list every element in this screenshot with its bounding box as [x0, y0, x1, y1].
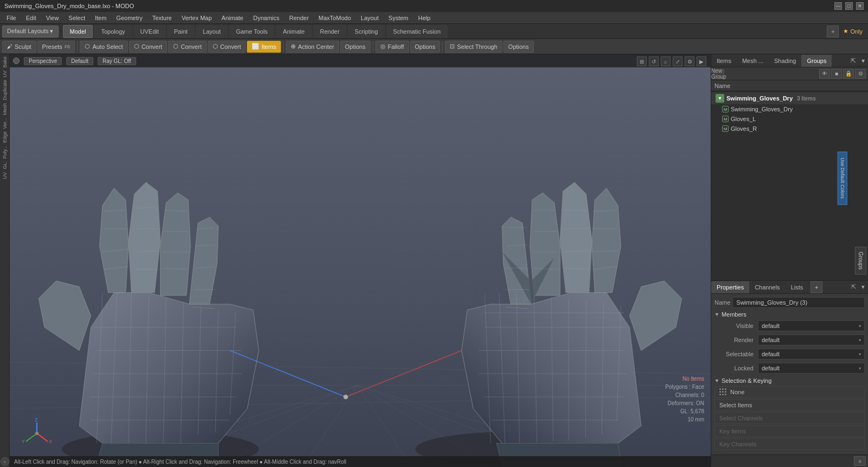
tab-paint[interactable]: Paint — [167, 25, 195, 38]
menu-view[interactable]: View — [42, 12, 63, 23]
perspective-btn[interactable]: Perspective — [24, 57, 62, 65]
menu-texture[interactable]: Texture — [148, 12, 176, 23]
vp-zoom-icon[interactable]: ⌕ — [661, 56, 671, 66]
tree-item-gloves-r[interactable]: M Gloves_R — [711, 124, 868, 134]
menu-dynamics[interactable]: Dynamics — [249, 12, 284, 23]
raygl-btn[interactable]: Ray GL: Off — [98, 57, 136, 65]
locked-dropdown[interactable]: default ▾ — [758, 363, 865, 374]
tab-scripting[interactable]: Scripting — [348, 25, 385, 38]
maximize-btn[interactable]: □ — [845, 2, 853, 10]
key-channels-btn[interactable]: Key Channels — [714, 438, 865, 450]
sidebar-poly[interactable]: Poly... — [2, 144, 8, 160]
select-through-btn[interactable]: ⊡ Select Through — [445, 41, 502, 53]
menu-file[interactable]: File — [2, 12, 21, 23]
menu-select[interactable]: Select — [64, 12, 90, 23]
render-icon-btn[interactable]: ■ — [831, 69, 842, 79]
convert-btn-2[interactable]: ⬡ Convert — [168, 41, 207, 53]
tab-properties[interactable]: Properties — [711, 281, 749, 293]
viewport-menu-dot[interactable] — [13, 58, 20, 64]
vp-expand-icon[interactable]: ▶ — [697, 56, 706, 66]
menu-edit[interactable]: Edit — [22, 12, 41, 23]
tab-render[interactable]: Render — [313, 25, 347, 38]
sidebar-gl[interactable]: GL: — [2, 160, 8, 171]
menu-maxtomodo[interactable]: MaxToModo — [314, 12, 355, 23]
render-dropdown[interactable]: default ▾ — [758, 335, 865, 345]
sculpt-btn[interactable]: 🖌 Sculpt — [2, 41, 36, 53]
name-input[interactable] — [732, 297, 865, 308]
tab-animate[interactable]: Animate — [276, 25, 311, 38]
options-btn-3[interactable]: Options — [503, 41, 534, 53]
vp-settings-icon[interactable]: ⚙ — [685, 56, 694, 66]
vp-fit-icon[interactable]: ⤢ — [673, 56, 682, 66]
vp-grid-icon[interactable]: ⊞ — [637, 56, 647, 66]
presets-btn[interactable]: Presets F6 — [37, 41, 75, 53]
sidebar-ver[interactable]: Ver... — [2, 117, 8, 130]
tab-uvedit[interactable]: UVEdit — [133, 25, 166, 38]
expand-panel-icon[interactable]: ⇱ — [848, 56, 858, 66]
new-group-btn[interactable]: New Group — [713, 69, 724, 79]
tab-items[interactable]: Items — [711, 55, 737, 67]
scene-viewport[interactable] — [10, 54, 711, 467]
eye-icon-btn[interactable]: 👁 — [819, 69, 830, 79]
tab-shading[interactable]: Shading — [769, 55, 801, 67]
viewport[interactable]: Perspective Default Ray GL: Off ⊞ ↺ ⌕ ⤢ … — [10, 54, 711, 467]
props-expand-btn[interactable]: » — [854, 456, 866, 466]
settings-icon-btn[interactable]: ⚙ — [855, 69, 866, 79]
items-btn[interactable]: ⬜ Items — [247, 41, 281, 53]
menu-geometry[interactable]: Geometry — [112, 12, 146, 23]
vp-refresh-icon[interactable]: ↺ — [649, 56, 659, 66]
options-btn-1[interactable]: Options — [340, 41, 371, 53]
key-items-btn[interactable]: Key Items — [714, 425, 865, 437]
menu-help[interactable]: Help — [414, 12, 435, 23]
select-through-icon: ⊡ — [450, 43, 455, 50]
tab-groups[interactable]: Groups — [801, 55, 832, 67]
falloff-btn[interactable]: ◎ Falloff — [375, 41, 409, 53]
tab-layout[interactable]: Layout — [196, 25, 228, 38]
sidebar-uv2[interactable]: UV — [2, 171, 8, 180]
sidebar-mesh[interactable]: Mesh — [2, 102, 8, 116]
tab-lists[interactable]: Lists — [786, 281, 809, 293]
action-center-btn[interactable]: ⊕ Action Center — [286, 41, 339, 53]
tab-model[interactable]: Model — [63, 25, 93, 38]
use-default-colors-tab[interactable]: Use Default Colors — [838, 152, 847, 205]
shading-btn[interactable]: Default — [66, 57, 93, 65]
selectable-dropdown[interactable]: default ▾ — [758, 349, 865, 359]
sidebar-duplicate[interactable]: Duplicate — [2, 79, 8, 102]
visible-dropdown[interactable]: default ▾ — [758, 320, 865, 331]
menu-layout[interactable]: Layout — [356, 12, 383, 23]
select-items-btn[interactable]: Select Items — [714, 399, 865, 411]
none-btn[interactable]: None — [714, 386, 865, 398]
sidebar-bottom-icon[interactable]: ○ — [1, 457, 9, 466]
add-tab-btn[interactable]: + — [810, 281, 822, 293]
sidebar-edge[interactable]: Edge — [2, 130, 8, 144]
add-layout-tab[interactable]: + — [827, 26, 839, 37]
menu-item[interactable]: Item — [91, 12, 111, 23]
lock-icon-btn[interactable]: 🔒 — [843, 69, 854, 79]
auto-select-btn[interactable]: ⬡ Auto Select — [80, 41, 127, 53]
more-props-icon[interactable]: ▾ — [858, 282, 868, 292]
menu-render[interactable]: Render — [285, 12, 313, 23]
menu-animate[interactable]: Animate — [217, 12, 247, 23]
tab-channels[interactable]: Channels — [749, 281, 785, 293]
convert-btn-1[interactable]: ⬡ Convert — [129, 41, 168, 53]
tab-mesh[interactable]: Mesh ... — [737, 55, 769, 67]
menu-system[interactable]: System — [384, 12, 413, 23]
tab-topology[interactable]: Topology — [94, 25, 132, 38]
options-btn-2[interactable]: Options — [410, 41, 441, 53]
menu-vertex-map[interactable]: Vertex Map — [177, 12, 216, 23]
more-options-icon[interactable]: ▾ — [858, 56, 868, 66]
tree-item-gloves-l[interactable]: M Gloves_L — [711, 114, 868, 124]
minimize-btn[interactable]: — — [834, 2, 842, 10]
tab-schematic[interactable]: Schematic Fusion — [386, 25, 448, 38]
expand-props-icon[interactable]: ⇱ — [848, 282, 858, 292]
groups-side-tab[interactable]: Groups — [855, 247, 866, 275]
tree-item-swimming-gloves-dry[interactable]: M Swimming_Gloves_Dry — [711, 104, 868, 114]
group-swimming-gloves[interactable]: ▼ Swimming_Gloves_Dry 3 Items — [711, 92, 868, 104]
close-btn[interactable]: ✕ — [856, 2, 864, 10]
convert-btn-3[interactable]: ⬡ Convert — [208, 41, 246, 53]
tab-game-tools[interactable]: Game Tools — [229, 25, 275, 38]
sidebar-uv[interactable]: UV — [2, 70, 8, 79]
sidebar-bake[interactable]: Bake — [2, 55, 8, 69]
select-channels-btn[interactable]: Select Channels — [714, 412, 865, 424]
default-layouts-dropdown[interactable]: Default Layouts ▾ — [2, 26, 59, 37]
